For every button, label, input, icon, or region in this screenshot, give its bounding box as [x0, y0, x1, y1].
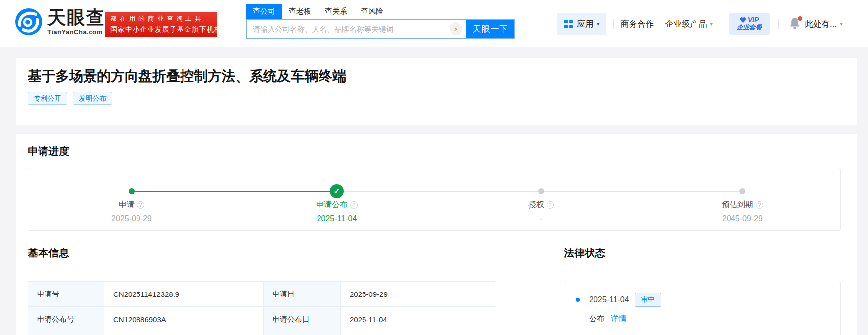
- timeline-node-expiry: [739, 188, 745, 194]
- status-badge: 审中: [635, 293, 661, 307]
- step-date: 2045-09-29: [688, 214, 797, 223]
- tab-search-relation[interactable]: 查关系: [318, 4, 354, 19]
- chevron-down-icon: ▾: [710, 21, 713, 27]
- nav-business-cooperation[interactable]: 商务合作: [621, 18, 654, 30]
- tab-search-company[interactable]: 查公司: [246, 4, 282, 19]
- vip-package-label: 企业套餐: [737, 24, 762, 31]
- timeline-node-filed: [129, 188, 135, 194]
- account-menu[interactable]: 此处有... ▾: [805, 18, 843, 30]
- timeline-node-published: ✓: [330, 184, 344, 198]
- legal-date: 2025-11-04: [589, 295, 629, 304]
- timeline-segment-done: [132, 191, 337, 192]
- slogan-line2: 国家中小企业发展子基金旗下机构: [110, 25, 212, 34]
- search-box: × 天眼一下: [246, 19, 515, 39]
- search-input[interactable]: [247, 20, 450, 38]
- tag-invention-publication[interactable]: 发明公布: [73, 92, 112, 105]
- help-icon[interactable]: ?: [756, 201, 763, 209]
- section-heading-progress: 申请进度: [28, 144, 69, 158]
- legal-status-card: 2025-11-04 审中 公布 详情: [564, 281, 841, 335]
- table-row-clipped: [28, 332, 495, 335]
- basic-info-table: 申请号 CN202511412328.9 申请日 2025-09-29 申请公布…: [28, 281, 495, 335]
- legal-event: 公布: [589, 314, 605, 323]
- divider: [720, 19, 720, 29]
- notification-dot: [798, 16, 802, 21]
- clear-search-icon[interactable]: ×: [450, 22, 462, 35]
- cell-label: 申请公布日: [264, 307, 341, 332]
- brand-name: 天眼查: [47, 8, 105, 27]
- cell-value: 2025-09-29: [341, 282, 495, 307]
- chevron-down-icon: ▾: [597, 21, 600, 27]
- tab-search-risk[interactable]: 查风险: [354, 4, 390, 19]
- step-label: 授权: [528, 200, 544, 210]
- slogan-line1: 都在用的商业查询工具: [110, 15, 212, 23]
- section-heading-basic-info: 基本信息: [28, 246, 69, 260]
- divider: [778, 19, 779, 29]
- tianyancha-logo-icon: [15, 8, 43, 36]
- section-heading-legal-status: 法律状态: [564, 246, 605, 260]
- step-label: 申请: [119, 200, 135, 210]
- step-label: 申请公布: [316, 200, 348, 210]
- bullet-icon: [576, 298, 580, 302]
- application-progress-timeline: ✓ 申请 ? 2025-09-29 申请公布 ? 2025-11-04 授权 ?…: [28, 168, 841, 231]
- page-title: 基于多场景的方向盘折叠控制方法、系统及车辆终端: [28, 67, 346, 85]
- step-date: 2025-09-29: [77, 214, 186, 223]
- timeline-step-granted: 授权 ? -: [487, 200, 595, 223]
- tag-patent-publication[interactable]: 专利公开: [28, 92, 67, 105]
- chevron-down-icon: ▾: [840, 21, 843, 27]
- cell-value: CN120886903A: [104, 307, 264, 332]
- nav-enterprise-products[interactable]: 企业级产品 ▾: [665, 18, 713, 30]
- patent-title-card: 基于多场景的方向盘折叠控制方法、系统及车辆终端 专利公开 发明公布: [16, 58, 857, 125]
- cell-value: 2025-11-04: [341, 307, 495, 332]
- cell-label: 申请号: [28, 282, 104, 307]
- search-area: 查公司 查老板 查关系 查风险 × 天眼一下: [246, 5, 515, 39]
- apps-menu-button[interactable]: 应用 ▾: [557, 13, 606, 35]
- apps-grid-icon: [564, 19, 573, 29]
- step-date: -: [487, 214, 595, 223]
- vip-package-button[interactable]: VIP 企业套餐: [729, 13, 770, 35]
- step-date: 2025-11-04: [282, 214, 391, 223]
- legal-status-item: 2025-11-04 审中 公布 详情: [576, 293, 661, 324]
- help-icon[interactable]: ?: [547, 201, 554, 209]
- top-header: 天眼查 TianYanCha.com 都在用的商业查询工具 国家中小企业发展子基…: [0, 0, 868, 47]
- timeline-step-expiry: 预估到期 ? 2045-09-29: [688, 200, 797, 223]
- account-label: 此处有...: [805, 18, 837, 30]
- tianyancha-logo[interactable]: 天眼查 TianYanCha.com: [15, 8, 105, 36]
- enterprise-label: 企业级产品: [665, 18, 707, 30]
- legal-detail-link[interactable]: 详情: [610, 314, 626, 323]
- tab-search-boss[interactable]: 查老板: [282, 4, 318, 19]
- help-icon[interactable]: ?: [350, 201, 358, 209]
- table-row: 申请号 CN202511412328.9 申请日 2025-09-29: [28, 282, 495, 307]
- vip-label: VIP: [748, 16, 759, 24]
- vip-heart-icon: [740, 17, 746, 23]
- search-tabs: 查公司 查老板 查关系 查风险: [246, 5, 515, 19]
- search-button[interactable]: 天眼一下: [466, 20, 514, 38]
- cell-label: 申请公布号: [28, 307, 104, 332]
- check-icon: ✓: [334, 187, 340, 196]
- step-label: 预估到期: [722, 200, 753, 210]
- timeline-step-filed: 申请 ? 2025-09-29: [77, 200, 186, 223]
- patent-tags: 专利公开 发明公布: [28, 92, 112, 105]
- slogan-banner: 都在用的商业查询工具 国家中小企业发展子基金旗下机构: [105, 12, 217, 37]
- apps-label: 应用: [577, 18, 594, 30]
- table-row: 申请公布号 CN120886903A 申请公布日 2025-11-04: [28, 307, 495, 332]
- notifications-button[interactable]: [789, 17, 802, 31]
- timeline-step-published: 申请公布 ? 2025-11-04: [282, 200, 391, 223]
- brand-domain: TianYanCha.com: [47, 28, 105, 36]
- cell-label: 申请日: [264, 282, 341, 307]
- cell-value: CN202511412328.9: [104, 282, 264, 307]
- patent-detail-card: 申请进度 ✓ 申请 ? 2025-09-29 申请公布 ? 2025-11-04…: [16, 134, 857, 335]
- header-nav: 应用 ▾ 商务合作 企业级产品 ▾ VIP 企业套餐: [557, 0, 861, 47]
- timeline-node-granted: [538, 188, 544, 194]
- divider: [613, 19, 614, 29]
- help-icon[interactable]: ?: [137, 201, 144, 209]
